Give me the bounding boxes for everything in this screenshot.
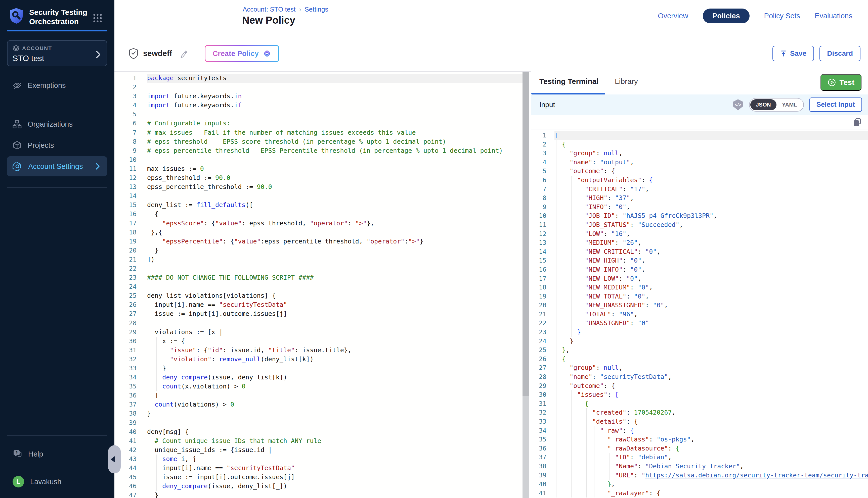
app-root: Security Testing Orchestration <box>0 0 868 498</box>
editor-scrollbar[interactable] <box>523 71 529 498</box>
code-line: 22 "UNASSIGNED": "0" <box>531 318 868 328</box>
code-line: 4import future.keywords.if <box>114 101 523 110</box>
user-menu[interactable]: L Lavakush <box>7 473 107 490</box>
testing-terminal-panel: Testing Terminal Library Test Input <box>531 71 868 498</box>
code-line: 33 } <box>114 364 523 373</box>
code-line: 42 unique_issue_ids := {issue.id | <box>114 445 523 455</box>
collapse-left-icon <box>111 456 115 462</box>
code-line: 25deny_list_violations[violations] { <box>114 291 523 300</box>
account-selector[interactable]: ACCOUNT STO test <box>7 40 107 66</box>
sto-shield-logo-icon <box>9 8 24 24</box>
policy-name: sewdeff <box>143 49 172 58</box>
code-line: 37 "ID": "debian", <box>531 453 868 462</box>
code-line: 30 x := { <box>114 337 523 346</box>
chevron-right-icon <box>95 163 100 170</box>
code-line: 40 }, <box>531 480 868 489</box>
sidebar-item-organizations[interactable]: Organizations <box>7 115 107 133</box>
code-line: 35 count(x.violation) > 0 <box>114 382 523 391</box>
code-line: 21]) <box>114 255 523 264</box>
app-title: Security Testing Orchestration <box>29 8 92 26</box>
code-line: 13 "MEDIUM": "26", <box>531 238 868 247</box>
code-line: 4 "name": "output", <box>531 158 868 167</box>
layers-icon <box>13 45 20 52</box>
code-line: 12epss_threshold := 90.0 <box>114 173 523 182</box>
rego-policy-editor[interactable]: 1package securityTests23import future.ke… <box>114 71 523 498</box>
sidebar-item-projects[interactable]: Projects <box>7 136 107 154</box>
tab-evaluations[interactable]: Evaluations <box>815 12 852 20</box>
code-line: 27 "group": null, <box>531 363 868 372</box>
code-format-icon[interactable]: </> <box>732 99 743 111</box>
tab-overview[interactable]: Overview <box>658 12 688 20</box>
upload-icon <box>780 50 787 57</box>
avatar: L <box>13 476 24 487</box>
code-line: 21 "TOTAL": "96", <box>531 310 868 319</box>
sidebar-collapse-handle[interactable] <box>108 445 121 473</box>
code-line: 9 "INFO": "0", <box>531 202 868 212</box>
code-line: 13epss_percentile_threshold := 90.0 <box>114 182 523 192</box>
code-line: 36 ] <box>114 391 523 400</box>
shield-check-icon <box>128 48 139 59</box>
code-line: 10 <box>114 155 523 164</box>
select-input-button[interactable]: Select Input <box>809 97 862 112</box>
code-line: 7 "CRITICAL": "17", <box>531 185 868 194</box>
test-button[interactable]: Test <box>820 74 861 91</box>
code-line: 31 { <box>531 399 868 408</box>
discard-button[interactable]: Discard <box>819 46 860 61</box>
scrollbar-thumb[interactable] <box>523 71 529 396</box>
code-line: 34 "_raw": { <box>531 426 868 435</box>
sidebar-item-account-settings[interactable]: Account Settings <box>7 156 107 176</box>
user-name: Lavakush <box>30 477 61 486</box>
copy-icon[interactable] <box>852 118 862 127</box>
code-line: 8 "HIGH": "37", <box>531 194 868 202</box>
code-line: 15 "NEW_HIGH": "0", <box>531 256 868 265</box>
code-line: 3 "group": null, <box>531 149 868 158</box>
tab-testing-terminal[interactable]: Testing Terminal <box>539 77 599 86</box>
code-line: 28 "name": "securityTestData", <box>531 372 868 381</box>
page-header: Account: STO test › Settings New Policy … <box>114 0 868 36</box>
breadcrumb-settings-link[interactable]: Settings <box>305 5 328 13</box>
code-line: 5 "outcome": { <box>531 167 868 175</box>
create-policy-button[interactable]: Create Policy <box>205 45 279 62</box>
breadcrumb-account-link[interactable]: Account: STO test <box>243 5 296 13</box>
code-line: 46 deny_compare(issue, deny_list[_]) <box>114 482 523 491</box>
format-option-yaml[interactable]: YAML <box>777 99 803 110</box>
code-line: 35 "_rawClass": "os-pkgs", <box>531 435 868 444</box>
code-line: 29 violations := [x | <box>114 328 523 337</box>
breadcrumb-separator-icon: › <box>299 6 301 13</box>
eye-off-icon <box>13 81 22 90</box>
code-line: 8# epss_threshold - EPSS score threshold… <box>114 137 523 146</box>
save-button[interactable]: Save <box>773 46 814 61</box>
code-line: 25 }, <box>531 345 868 355</box>
code-line: 44 input[i].name == "securityTestData" <box>114 463 523 473</box>
code-line: 11 "JOB_STATUS": "Succeeded", <box>531 220 868 230</box>
tab-policy-sets[interactable]: Policy Sets <box>764 12 800 20</box>
sidebar-item-exemptions[interactable]: Exemptions <box>7 77 107 94</box>
module-grid-icon[interactable] <box>92 13 103 23</box>
code-line: 5 <box>114 110 523 119</box>
code-line: 28 <box>114 318 523 328</box>
tab-library[interactable]: Library <box>615 77 638 86</box>
sidebar-item-help[interactable]: ? Help <box>7 445 107 463</box>
code-line: 6 "outputVariables": { <box>531 175 868 185</box>
code-line: 1package securityTests <box>114 74 523 83</box>
code-line: 7# max_issues - Fail if the number of ma… <box>114 128 523 137</box>
code-line: 26 { <box>531 355 868 364</box>
sidebar-divider <box>7 435 107 436</box>
code-line: 45 issue := input[i].outcome.issues[j] <box>114 473 523 482</box>
code-line: 40deny[msg] { <box>114 428 523 436</box>
code-line: 41 # Count unique issue IDs that match A… <box>114 436 523 445</box>
edit-pencil-icon[interactable] <box>179 49 189 58</box>
test-input-json-editor[interactable]: 1[2 {3 "group": null,4 "name": "output",… <box>531 129 868 498</box>
breadcrumb: Account: STO test › Settings <box>243 5 328 13</box>
input-section-header: Input </> JSON YAML Select Input <box>531 94 868 115</box>
code-line: 12 "LOW": "16", <box>531 230 868 238</box>
code-line: 14 <box>114 192 523 200</box>
policy-gem-icon <box>263 49 271 58</box>
tab-policies[interactable]: Policies <box>703 9 750 23</box>
policy-toolbar: sewdeff Create Policy <box>114 36 868 71</box>
code-line: 10 "JOB_ID": "hAJS5-p4-GfrcCk9p3l3PR", <box>531 211 868 220</box>
input-label: Input <box>539 101 555 109</box>
org-chart-icon <box>13 120 22 129</box>
format-option-json[interactable]: JSON <box>750 99 777 110</box>
code-line: 18 },{ <box>114 228 523 237</box>
